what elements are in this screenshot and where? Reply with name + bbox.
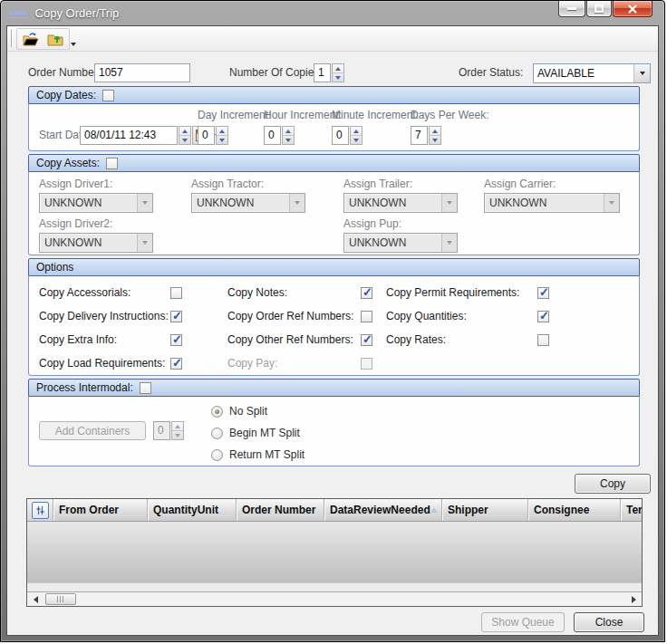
- dropdown-button[interactable]: [604, 194, 619, 212]
- scroll-left-button[interactable]: [28, 593, 43, 606]
- arrow-left-icon: [34, 596, 38, 603]
- order-number-input[interactable]: 1057: [94, 63, 190, 82]
- return-mt-split-radio[interactable]: [211, 449, 223, 461]
- dropdown-button[interactable]: [137, 234, 152, 252]
- copy-order-ref-numbers-option: Copy Order Ref Numbers:: [227, 304, 372, 328]
- folder-green-arrow-icon: [46, 32, 64, 47]
- column-header-quantityunit[interactable]: QuantityUnit: [148, 499, 237, 521]
- no-split-radio[interactable]: [211, 406, 223, 418]
- toolbar-overflow-icon[interactable]: [71, 43, 76, 46]
- start-date-input[interactable]: 08/01/11 12:43: [80, 126, 178, 145]
- copy-notes-checkbox[interactable]: [361, 287, 372, 299]
- assign-carrier-select[interactable]: UNKNOWN: [484, 193, 620, 213]
- dropdown-button[interactable]: [137, 194, 152, 212]
- hour-increment-spin-down[interactable]: [283, 135, 294, 144]
- start-date-spin-down[interactable]: [179, 135, 190, 144]
- minute-increment-spin-down[interactable]: [351, 135, 362, 144]
- assign-driver2-label: Assign Driver2:: [39, 217, 153, 230]
- copy-assets-header: Copy Assets:: [28, 154, 640, 172]
- grid-empty-body[interactable]: [27, 522, 642, 582]
- dialog-client-area: Order Number: 1057 Number Of Copies: 1 O…: [6, 25, 659, 636]
- maximize-button[interactable]: [586, 1, 612, 17]
- minute-increment-value[interactable]: 0: [332, 126, 349, 145]
- day-increment-spin-up[interactable]: [217, 127, 227, 135]
- copy-extra-info-option: Copy Extra Info:: [39, 328, 182, 351]
- return-mt-split-option[interactable]: Return MT Split: [211, 444, 304, 466]
- order-status-value: AVAILABLE: [534, 64, 633, 82]
- maximize-icon: [594, 5, 604, 13]
- copy-permit-requirements-checkbox[interactable]: [537, 287, 549, 299]
- dropdown-button[interactable]: [441, 194, 457, 212]
- copy-pay-checkbox: [361, 358, 372, 370]
- copy-notes-option: Copy Notes:: [227, 281, 372, 304]
- days-per-week-value[interactable]: 7: [411, 126, 428, 145]
- copy-order-ref-numbers-checkbox[interactable]: [361, 311, 372, 322]
- save-copy-button[interactable]: [44, 30, 66, 49]
- copy-dates-checkbox[interactable]: [102, 90, 114, 101]
- copy-rates-checkbox[interactable]: [537, 334, 549, 346]
- copy-extra-info-checkbox[interactable]: [170, 334, 182, 346]
- scroll-right-button[interactable]: [626, 593, 641, 606]
- minute-increment-spin-up[interactable]: [351, 127, 362, 135]
- day-increment-spin-down[interactable]: [217, 135, 227, 144]
- hour-increment-spin-up[interactable]: [283, 127, 294, 135]
- column-header-consignee[interactable]: Consignee: [528, 499, 621, 521]
- assign-carrier-label: Assign Carrier:: [484, 178, 620, 190]
- window-title: Copy Order/Trip: [35, 6, 120, 20]
- copy-other-ref-numbers-checkbox[interactable]: [361, 334, 372, 346]
- close-window-button[interactable]: [613, 1, 652, 17]
- start-date-spin-up[interactable]: [179, 127, 190, 135]
- copy-order-trip-window: TMW Copy Order/Trip: [0, 0, 665, 642]
- assign-tractor-select[interactable]: UNKNOWN: [191, 193, 305, 213]
- copy-button[interactable]: Copy: [575, 474, 651, 494]
- copy-delivery-instructions-checkbox[interactable]: [170, 311, 182, 322]
- day-increment-value[interactable]: 0: [198, 126, 215, 145]
- close-button[interactable]: Close: [574, 612, 644, 632]
- copy-assets-title: Copy Assets:: [36, 157, 100, 169]
- column-header-datareviewneeded[interactable]: DataReviewNeeded: [324, 499, 442, 521]
- copy-dates-header: Copy Dates:: [28, 86, 640, 104]
- assign-driver2-select[interactable]: UNKNOWN: [39, 233, 153, 253]
- field-chooser-icon: [35, 505, 45, 515]
- dropdown-button[interactable]: [289, 194, 304, 212]
- copy-pay-option: Copy Pay:: [227, 351, 372, 375]
- open-folder-icon: [22, 32, 40, 47]
- column-header-order-number[interactable]: Order Number: [237, 499, 324, 521]
- copy-assets-checkbox[interactable]: [106, 158, 118, 169]
- column-header-terminal[interactable]: Ter: [621, 499, 642, 521]
- scrollbar-thumb[interactable]: [45, 593, 76, 605]
- dropdown-button[interactable]: [441, 234, 457, 252]
- copy-load-requirements-checkbox[interactable]: [170, 358, 182, 370]
- begin-mt-split-radio[interactable]: [211, 428, 223, 439]
- chevron-down-icon: [447, 241, 452, 245]
- horizontal-scrollbar[interactable]: [27, 591, 642, 606]
- order-status-dropdown-button[interactable]: [633, 64, 650, 82]
- assign-driver1-field: Assign Driver1: UNKNOWN: [39, 178, 153, 213]
- copy-load-requirements-option: Copy Load Requirements:: [39, 351, 182, 375]
- no-split-option[interactable]: No Split: [211, 400, 304, 422]
- order-status-select[interactable]: AVAILABLE: [533, 63, 651, 83]
- chevron-down-icon: [640, 72, 645, 75]
- toolbar-grip[interactable]: [11, 30, 13, 47]
- days-per-week-spin-up[interactable]: [430, 127, 440, 135]
- copies-spin-down[interactable]: [333, 72, 343, 82]
- results-grid: From Order QuantityUnit Order Number Dat…: [26, 498, 643, 607]
- copies-spin-up[interactable]: [333, 64, 343, 72]
- assign-trailer-select[interactable]: UNKNOWN: [343, 193, 458, 213]
- begin-mt-split-option[interactable]: Begin MT Split: [211, 422, 304, 444]
- field-chooser-button[interactable]: [32, 502, 49, 519]
- open-order-button[interactable]: [20, 30, 42, 49]
- copy-accessorials-checkbox[interactable]: [170, 287, 182, 299]
- assign-driver1-select[interactable]: UNKNOWN: [39, 193, 153, 213]
- assign-pup-select[interactable]: UNKNOWN: [343, 233, 458, 253]
- column-header-from-order[interactable]: From Order: [53, 499, 148, 521]
- process-intermodal-checkbox[interactable]: [140, 382, 151, 394]
- process-intermodal-title: Process Intermodal:: [36, 381, 133, 394]
- hour-increment-value[interactable]: 0: [264, 126, 281, 145]
- copy-quantities-checkbox[interactable]: [537, 311, 549, 322]
- column-header-shipper[interactable]: Shipper: [442, 499, 528, 521]
- minimize-button[interactable]: [558, 1, 585, 17]
- days-per-week-spin-down[interactable]: [430, 135, 440, 144]
- days-per-week-label: Days Per Week:: [411, 109, 488, 121]
- number-of-copies-value[interactable]: 1: [314, 63, 331, 82]
